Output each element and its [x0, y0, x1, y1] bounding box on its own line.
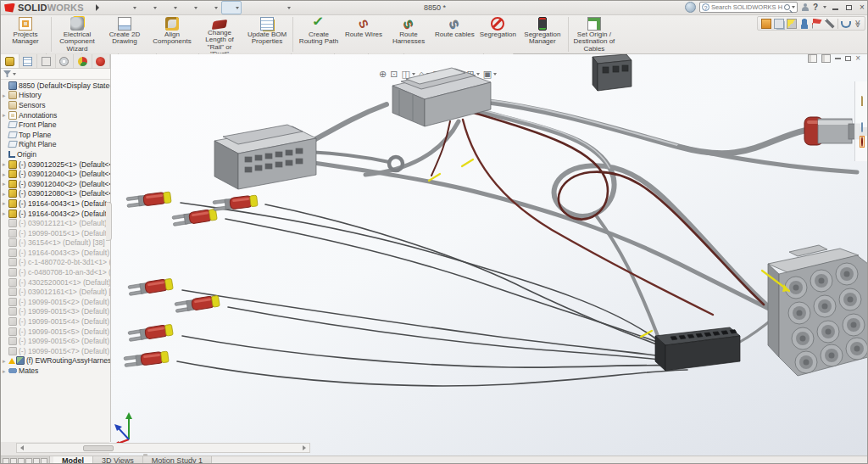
doc-close-button[interactable]: × [855, 54, 860, 63]
tree-panel-tab[interactable] [37, 54, 56, 68]
dropdown-arrow-icon[interactable] [153, 7, 157, 9]
expand-arrow-icon[interactable]: ▸ [3, 159, 8, 169]
horizontal-scrollbar[interactable] [16, 443, 310, 453]
ribbon-button[interactable]: Change Length of "Rail" or "Duct" [196, 15, 243, 53]
tree-panel-tab[interactable] [19, 54, 38, 68]
qat-button[interactable] [201, 2, 220, 14]
dropdown-arrow-icon[interactable] [412, 73, 415, 75]
expand-arrow-icon[interactable]: ▸ [3, 110, 8, 120]
dropdown-arrow-icon[interactable] [443, 73, 447, 75]
tab-nav-button[interactable] [18, 458, 25, 464]
dropdown-arrow-icon[interactable] [236, 7, 239, 9]
task-pane-button[interactable] [860, 150, 864, 154]
task-pane-button[interactable] [860, 156, 864, 159]
tree-panel-tab[interactable] [1, 54, 19, 68]
tree-item[interactable]: ▸ (-) 039012040<2> (Default<<Default [1, 179, 110, 189]
view-tool-button[interactable]: ◫ [401, 69, 415, 79]
ribbon-button[interactable]: Create 2D Drawing [101, 15, 148, 53]
tree-item[interactable]: ▸ (-) 039012040<1> (Default<<Default [1, 169, 110, 179]
view-tool-button[interactable]: ◎ [450, 69, 464, 79]
pane-preview-icon[interactable] [808, 54, 817, 63]
help-icon[interactable]: ? [813, 3, 818, 12]
tree-item[interactable]: ▸ (-) 19164-0043<2> (Default<<Defau [1, 209, 110, 219]
search-box[interactable]: ? [699, 2, 798, 13]
ribbon-button[interactable]: Update BOM Properties [243, 15, 291, 53]
pane-preview-icon[interactable] [821, 54, 831, 63]
tree-item[interactable]: ▸ Sensors [1, 100, 110, 110]
toolbar-icon[interactable] [799, 19, 810, 29]
tree-item[interactable]: ▸ (-) 039012025<1> (Default<<Default [1, 159, 110, 170]
tree-item[interactable]: ▸ (-) 36154<1> (Default) [38] [1, 238, 110, 249]
login-icon[interactable] [685, 2, 696, 13]
ribbon-button[interactable]: Segregation Manager [519, 15, 566, 53]
qat-button[interactable] [104, 2, 118, 14]
task-pane-button[interactable] [860, 89, 864, 92]
toolbar-icon[interactable] [787, 19, 797, 29]
view-tool-button[interactable]: ⌂ [419, 69, 430, 79]
view-tool-button[interactable]: ⊡ [390, 69, 398, 79]
toolbar-icon[interactable] [761, 19, 771, 29]
tab-nav-button[interactable] [33, 458, 40, 464]
help-dropdown-icon[interactable] [823, 6, 826, 8]
scrollbar-thumb[interactable] [83, 445, 114, 451]
tree-item[interactable]: ▸ (-) 19099-0015<4> (Default) [54] [1, 316, 110, 327]
qat-button[interactable] [243, 2, 257, 14]
search-input[interactable] [709, 3, 784, 11]
tree-item[interactable]: ▸ Mates [1, 366, 110, 376]
tree-item[interactable]: ▸ (-) 19099-0015<6> (Default) [56] [1, 336, 110, 346]
qat-button[interactable] [274, 2, 292, 14]
model-view-tab[interactable]: Model [53, 456, 93, 464]
ribbon-button[interactable]: Align Components [148, 15, 196, 53]
model-view-tab[interactable]: 3D Views [93, 456, 143, 464]
dropdown-arrow-icon[interactable] [460, 73, 464, 75]
dropdown-arrow-icon[interactable] [194, 7, 198, 9]
expand-arrow-icon[interactable]: ▸ [3, 209, 8, 218]
tree-item[interactable]: ▸ (-) 039012080<1> (Default<<Default [1, 189, 110, 199]
task-pane-button[interactable] [860, 136, 865, 148]
graphics-viewport[interactable]: ⊕ ⊡ ◫ ⌂ ▦ ◎ ⊞ ▣ [109, 54, 868, 456]
ribbon-button[interactable]: Segregation [477, 15, 519, 53]
tree-item[interactable]: ▸ (-) c-1-480702-0-bt-3d1<1> (Default [1, 258, 110, 268]
tree-item[interactable]: ▸ Annotations [1, 110, 110, 120]
tab-nav-button[interactable] [25, 458, 32, 464]
toolbar-icon[interactable] [774, 19, 784, 29]
view-tool-button[interactable]: ▣ [483, 69, 497, 79]
model-view-tab[interactable]: Motion Study 1 [143, 456, 212, 464]
doc-restore-button[interactable] [845, 56, 851, 61]
ribbon-button[interactable]: Route Wires [342, 15, 385, 53]
ribbon-button[interactable] [568, 17, 569, 52]
task-pane-button[interactable] [860, 83, 864, 87]
tree-item[interactable]: ▸ (-) 19099-0015<5> (Default) [55] [1, 327, 110, 337]
tree-item[interactable]: ▸ (-) 4302520001<1> (Default) [48] [1, 277, 110, 288]
ribbon-button[interactable]: Set Origin / Destination of Cables [570, 15, 618, 53]
dropdown-arrow-icon[interactable] [174, 7, 177, 9]
collapse-chevron-icon[interactable]: ≫ [853, 20, 861, 27]
toolbar-icon[interactable] [841, 21, 851, 28]
ribbon-button[interactable]: Route Harnesses [385, 15, 432, 53]
tree-item[interactable]: ▸ Right Plane [1, 140, 110, 150]
expand-arrow-icon[interactable]: ▸ [3, 198, 8, 208]
qat-button[interactable] [259, 2, 272, 14]
task-pane-button[interactable] [860, 95, 865, 107]
dropdown-arrow-icon[interactable] [426, 73, 430, 75]
scroll-left-icon[interactable] [20, 445, 24, 450]
ribbon-button[interactable] [292, 17, 293, 52]
tree-item[interactable]: ▸ (-) 19099-0015<1> (Default) [37] [1, 228, 110, 238]
restore-button[interactable] [843, 3, 854, 12]
task-pane-button[interactable] [860, 115, 864, 119]
dropdown-arrow-icon[interactable] [493, 73, 497, 75]
qat-button[interactable] [140, 2, 159, 14]
ribbon-button[interactable]: Create Routing Path [295, 15, 342, 53]
tree-item[interactable]: ▸ 8850 (Default<Display State-1>) [1, 81, 110, 91]
menu-flyout-arrow[interactable] [96, 4, 99, 11]
toolbar-icon[interactable] [825, 19, 835, 29]
ribbon-button[interactable]: Electrical Component Wizard [53, 15, 101, 53]
user-account-icon[interactable] [801, 3, 810, 12]
dropdown-arrow-icon[interactable] [214, 7, 218, 9]
search-dropdown-icon[interactable] [792, 6, 795, 8]
tree-item[interactable]: ▸ (-) 19099-0015<7> (Default) [57] [1, 346, 110, 356]
view-tool-button[interactable]: ▦ [433, 69, 447, 79]
tree-item[interactable]: ▸ (-) c-0480708-10-an-3d<1> (Default [1, 267, 110, 277]
tree-item[interactable]: ▸ (-) 19164-0043<1> (Default<<Defau [1, 198, 110, 209]
dropdown-arrow-icon[interactable] [476, 73, 480, 75]
